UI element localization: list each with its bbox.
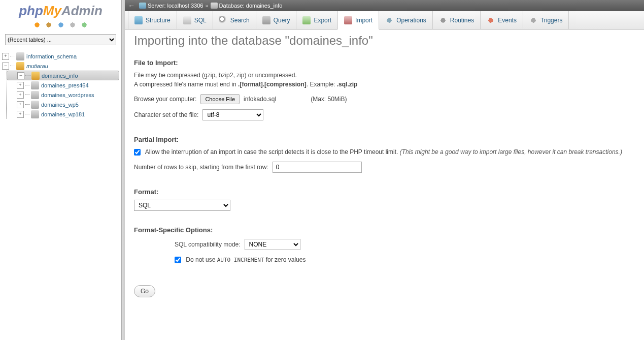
sql-compat-label: SQL compatibility mode:: [175, 241, 241, 248]
triggers-icon: [529, 16, 537, 24]
expand-icon[interactable]: +: [17, 82, 24, 89]
events-icon: [487, 16, 495, 24]
tree-db-label[interactable]: information_schema: [26, 53, 77, 59]
collapse-icon[interactable]: –: [2, 63, 9, 70]
database-icon: [31, 110, 39, 118]
no-autoincrement-label-a: Do not use: [186, 256, 217, 263]
query-window-icon[interactable]: [69, 21, 77, 29]
database-icon: [31, 91, 39, 99]
charset-select[interactable]: utf-8: [202, 109, 263, 120]
nav-back-icon[interactable]: ←: [128, 2, 135, 10]
logo[interactable]: phpMyAdmin: [0, 0, 121, 20]
sql-compat-select[interactable]: NONE: [245, 239, 300, 250]
tab-import[interactable]: Import: [337, 11, 379, 29]
tab-sql[interactable]: SQL: [177, 11, 213, 29]
tree-db-label[interactable]: domaines_wp5: [41, 102, 79, 108]
export-icon: [302, 16, 311, 24]
breadcrumb-database[interactable]: Database: domaines_info: [219, 3, 283, 9]
tree-db-label[interactable]: domaines_info: [42, 73, 78, 79]
database-icon: [211, 3, 218, 9]
collapse-icon[interactable]: –: [17, 72, 24, 79]
tree-db-information-schema[interactable]: + information_schema: [2, 51, 119, 61]
skip-rows-input[interactable]: [273, 162, 362, 173]
section-partial-import: Partial Import: Allow the interruption o…: [134, 136, 635, 173]
page-title: Importing into the database "domaines_in…: [134, 34, 635, 48]
selected-file-name: infokado.sql: [244, 96, 276, 103]
main: ← Server: localhost:3306 » Database: dom…: [125, 0, 644, 340]
query-icon: [262, 16, 270, 24]
tab-structure[interactable]: Structure: [128, 11, 177, 29]
no-autoincrement-label-b: AUTO_INCREMENT: [217, 257, 264, 263]
search-icon: [219, 16, 227, 24]
tab-query[interactable]: Query: [256, 11, 297, 29]
tab-search[interactable]: Search: [213, 11, 256, 29]
tab-operations[interactable]: Operations: [379, 11, 433, 29]
recent-tables-select[interactable]: (Recent tables) ...: [5, 34, 116, 45]
breadcrumb: ← Server: localhost:3306 » Database: dom…: [125, 0, 644, 11]
expand-icon[interactable]: +: [17, 91, 24, 99]
tree-db-label[interactable]: domaines_wordpress: [41, 92, 94, 98]
charset-label: Character set of the file:: [134, 111, 198, 118]
content: Importing into the database "domaines_in…: [125, 29, 644, 340]
skip-rows-label: Number of rows to skip, starting from th…: [134, 164, 268, 171]
expand-icon[interactable]: +: [2, 53, 9, 60]
tree-db-label[interactable]: domaines_pres464: [41, 82, 89, 88]
import-icon: [344, 16, 352, 24]
section-title: Partial Import:: [134, 136, 635, 143]
tree-db-domaines-wp181[interactable]: + domaines_wp181: [7, 109, 119, 119]
tab-routines[interactable]: Routines: [432, 11, 481, 29]
tree-db-label[interactable]: mutiarau: [26, 63, 48, 69]
reload-icon[interactable]: [80, 21, 88, 29]
section-title: Format-Specific Options:: [134, 226, 635, 234]
no-autoincrement-label-c: for zero values: [264, 256, 306, 263]
tree-db-domaines-pres464[interactable]: + domaines_pres464: [7, 80, 119, 90]
logo-admin: Admin: [61, 3, 103, 18]
routines-icon: [439, 16, 447, 24]
tabs: Structure SQL Search Query Export Import…: [125, 11, 644, 29]
db-tree: + information_schema – mutiarau – domain…: [0, 50, 121, 120]
allow-interrupt-checkbox[interactable]: [134, 149, 141, 156]
allow-interrupt-note: (This might be a good way to import larg…: [400, 148, 622, 156]
sidebar: phpMyAdmin (Recent tables) ... + informa…: [0, 0, 122, 340]
home-icon[interactable]: [33, 21, 41, 29]
database-icon: [31, 101, 39, 109]
breadcrumb-server[interactable]: Server: localhost:3306: [148, 3, 203, 9]
no-autoincrement-checkbox[interactable]: [175, 257, 181, 263]
operations-icon: [385, 16, 393, 24]
sql-icon: [183, 16, 191, 24]
allow-interrupt-label: Allow the interruption of an import in c…: [145, 148, 400, 156]
breadcrumb-separator: »: [205, 3, 208, 9]
tree-db-domaines-info[interactable]: – domaines_info: [7, 71, 119, 80]
tree-db-mutiarau[interactable]: – mutiarau: [2, 61, 119, 71]
database-icon: [31, 81, 39, 89]
expand-icon[interactable]: +: [17, 111, 24, 118]
help-icon[interactable]: [57, 21, 65, 29]
server-icon: [139, 3, 146, 9]
database-icon: [16, 62, 24, 70]
expand-icon[interactable]: +: [17, 101, 24, 108]
logo-my: My: [43, 3, 61, 18]
go-button[interactable]: Go: [134, 285, 155, 297]
allow-interrupt-row: Allow the interruption of an import in c…: [134, 147, 635, 157]
tab-events[interactable]: Events: [480, 11, 523, 29]
tree-db-domaines-wp5[interactable]: + domaines_wp5: [7, 100, 119, 109]
tree-db-label[interactable]: domaines_wp181: [41, 111, 85, 117]
tab-triggers[interactable]: Triggers: [523, 11, 569, 29]
file-compress-desc: File may be compressed (gzip, bzip2, zip…: [134, 71, 635, 89]
choose-file-button[interactable]: Choose File: [200, 94, 240, 104]
tab-export[interactable]: Export: [296, 11, 338, 29]
section-file-to-import: File to Import: File may be compressed (…: [134, 59, 635, 120]
section-title: File to Import:: [134, 59, 635, 67]
sidebar-quick-icons: [0, 20, 121, 32]
logout-icon[interactable]: [45, 21, 53, 29]
section-title: Format:: [134, 188, 635, 196]
database-icon: [16, 52, 24, 60]
browse-label: Browse your computer:: [134, 96, 196, 103]
section-format-specific: Format-Specific Options: SQL compatibili…: [134, 226, 635, 265]
max-size-label: (Max: 50MiB): [311, 96, 347, 103]
section-format: Format: SQL: [134, 188, 635, 211]
format-select[interactable]: SQL: [134, 200, 230, 211]
structure-icon: [134, 16, 143, 24]
logo-php: php: [19, 3, 43, 18]
tree-db-domaines-wordpress[interactable]: + domaines_wordpress: [7, 90, 119, 100]
